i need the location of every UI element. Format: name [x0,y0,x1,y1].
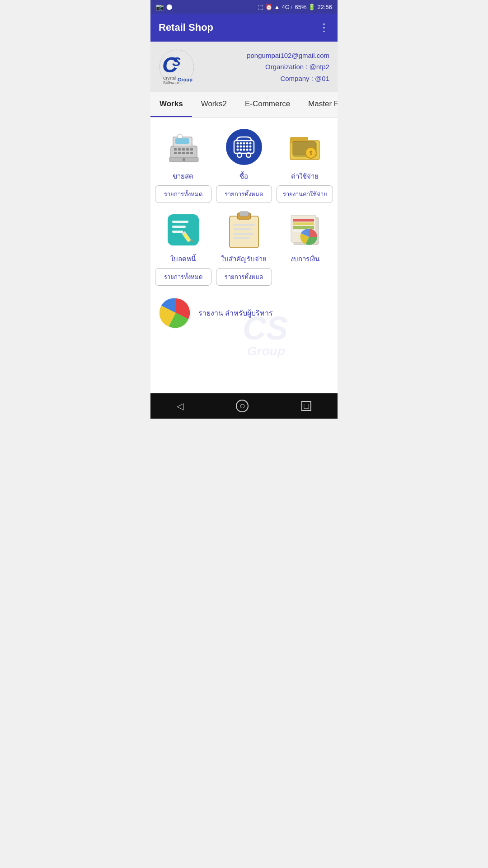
svg-point-26 [243,142,245,145]
svg-rect-13 [190,148,193,151]
svg-rect-50 [172,231,183,233]
clipboard-label: ใบสำคัญรับจ่าย [221,254,267,264]
profile-company: Company : @01 [202,73,329,85]
tab-works2[interactable]: Works2 [192,92,236,117]
clipboard-btn[interactable]: รายการทั้งหมด [216,268,272,286]
grid-item-note: ใบลดหนี้ รายการทั้งหมด [155,209,211,286]
svg-point-32 [246,146,248,148]
svg-rect-59 [233,233,253,235]
kasayon-btn[interactable]: รายการทั้งหมด [155,185,211,203]
svg-point-36 [243,149,245,151]
financial-chart-icon [286,211,324,249]
report-row: รายงาน สำหรับผู้บริหาร [155,292,333,329]
cart-icon [224,127,264,167]
profile-info: pongumpai102@gmail.com Organization : @n… [202,50,329,85]
note-label: ใบลดหนี้ [170,254,196,264]
recent-button[interactable]: □ [301,401,311,411]
note-btn[interactable]: รายการทั้งหมด [155,268,211,286]
more-menu-button[interactable]: ⋮ [319,21,329,34]
sue-btn[interactable]: รายการทั้งหมด [216,185,272,203]
svg-point-29 [236,146,239,148]
svg-text:Software: Software [163,80,179,85]
home-button[interactable]: ○ [236,400,249,412]
wallet-icon-area: $ [285,127,325,167]
svg-rect-16 [182,152,185,154]
tab-ecommerce[interactable]: E-Commerce [236,92,299,117]
svg-rect-21 [178,135,182,138]
main-content: ขายสด รายการทั้งหมด [150,118,338,393]
svg-rect-47 [168,214,199,245]
svg-point-35 [239,149,242,151]
status-left: 📷 ⬤ [156,3,172,10]
camera-icon: 📷 [156,3,164,10]
grid-item-kasayon: ขายสด รายการทั้งหมด [155,127,211,203]
svg-text:Crystal: Crystal [163,76,176,80]
cast-icon: ⬚ [258,4,263,10]
cs-logo: C S Crystal Software Group [159,49,195,85]
svg-text:$: $ [310,151,312,156]
svg-rect-64 [293,222,314,225]
expense-btn[interactable]: รายงานค่าใช้จ่าย [277,185,333,203]
svg-rect-60 [233,237,249,239]
tab-masterfile[interactable]: Master File [299,92,338,117]
expense-label: ค่าใช้จ่าย [291,171,319,182]
tab-works[interactable]: Works [150,92,192,117]
profile-email: pongumpai102@gmail.com [202,50,329,61]
svg-rect-58 [233,228,251,230]
nav-bar: ◁ ○ □ [150,393,338,419]
note-icon [164,211,202,249]
svg-rect-54 [230,216,258,248]
profile-section: C S Crystal Software Group pongumpai102@… [150,42,338,92]
app-bar-title: Retail Shop [159,22,213,33]
report-label: รายงาน สำหรับผู้บริหาร [198,307,273,319]
svg-rect-57 [233,224,255,226]
alarm-icon: ⏰ [265,4,272,10]
clipboard-icon [226,209,262,250]
svg-point-20 [183,158,185,161]
wallet-icon: $ [286,128,324,166]
grid-item-sue: ซื้อ รายการทั้งหมด [216,127,272,203]
battery-icon: 🔋 [308,4,315,10]
svg-point-27 [246,142,248,145]
svg-rect-49 [172,226,186,228]
svg-point-31 [243,146,245,148]
svg-rect-8 [175,138,189,144]
svg-point-33 [249,146,251,148]
svg-point-38 [249,149,251,151]
financial-icon-area [285,209,325,250]
svg-point-37 [246,149,248,151]
svg-rect-10 [178,148,181,151]
svg-rect-17 [186,152,189,154]
svg-rect-65 [293,226,314,229]
svg-text:S: S [172,55,181,69]
grid-item-clipboard: ใบสำคัญรับจ่าย รายการทั้งหมด [216,209,272,286]
tabs: Works Works2 E-Commerce Master File [150,92,338,118]
grid-item-financial: งบการเงิน [277,209,333,286]
clipboard-icon-area [224,209,264,250]
wifi-icon: ▲ [274,4,280,10]
svg-point-30 [239,146,242,148]
back-button[interactable]: ◁ [177,401,183,411]
svg-rect-48 [172,221,188,223]
svg-point-25 [239,142,242,145]
svg-point-24 [236,142,239,145]
status-bar: 📷 ⬤ ⬚ ⏰ ▲ 4G+ 65% 🔋 22:56 [150,0,338,14]
network-label: 4G+ [282,4,293,10]
svg-rect-11 [182,148,185,151]
grid-item-expense: $ ค่าใช้จ่าย รายงานค่าใช้จ่าย [277,127,333,203]
record-icon: ⬤ [166,4,172,10]
profile-org: Organization : @ntp2 [202,61,329,73]
time-label: 22:56 [317,4,332,10]
note-icon-area [163,209,203,250]
svg-rect-14 [174,152,177,154]
svg-rect-9 [174,148,177,151]
grid-row-2: ใบลดหนี้ รายการทั้งหมด [155,209,333,286]
grid-row-1: ขายสด รายการทั้งหมด [155,127,333,203]
cash-register-icon-area [163,127,203,167]
svg-rect-18 [190,152,193,154]
financial-label: งบการเงิน [291,254,319,264]
svg-rect-56 [239,212,249,216]
svg-rect-15 [178,152,181,154]
svg-rect-12 [186,148,189,151]
status-right: ⬚ ⏰ ▲ 4G+ 65% 🔋 22:56 [258,4,332,10]
